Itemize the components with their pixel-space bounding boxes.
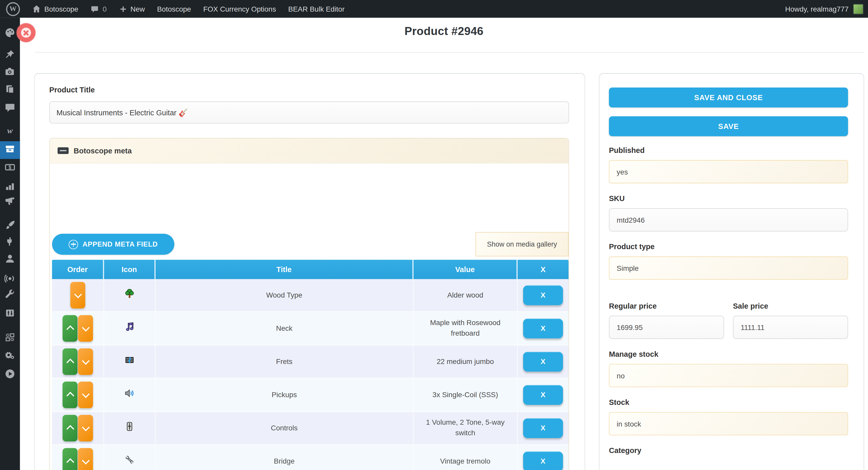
title-cell[interactable]: Pickups [156,379,414,411]
save-button[interactable]: SAVE [609,116,848,136]
field-input[interactable]: no [609,364,848,387]
value-cell[interactable]: Vintage tremolo [413,445,518,470]
sidebar-item-gears[interactable] [0,347,20,365]
save-and-close-button[interactable]: SAVE AND CLOSE [609,88,848,107]
field-input[interactable]: mtd2946 [609,208,848,231]
site-link[interactable]: Botoscope [26,0,84,18]
move-up-button[interactable] [63,415,78,441]
value-cell[interactable]: 22 medium jumbo [413,346,518,378]
account-menu[interactable]: Howdy, realmag777 [785,4,868,14]
icon-cell[interactable] [104,412,156,444]
sidebar-item-users[interactable] [0,251,20,269]
move-down-button[interactable] [78,315,93,342]
title-cell[interactable]: Frets [156,346,414,378]
sidebar-item-rings[interactable] [0,271,20,289]
chevron-up-icon [66,458,74,466]
plus-icon [119,5,127,13]
table-header-row: Order Icon Title Value X [52,260,568,279]
plugin-icon [4,236,16,249]
chevron-down-icon [82,423,89,431]
home-icon [32,4,41,13]
show-on-media-gallery-button[interactable]: Show on media gallery [475,232,568,257]
table-row: Controls1 Volume, 2 Tone, 5-way switchX [52,412,568,445]
meta-box-header[interactable]: Botoscope meta [50,139,568,164]
icon-cell[interactable] [104,445,156,470]
botoscope-meta-box: Botoscope meta APPEND META FIELD Show on… [50,138,569,470]
move-down-button[interactable] [78,415,93,441]
admin-sidebar: w$ [0,18,20,470]
wordpress-menu[interactable]: W [0,0,26,18]
sidebar-item-comments[interactable] [0,99,20,117]
field-input[interactable]: 1111.11 [733,316,848,339]
move-down-button[interactable] [78,382,93,408]
field-sku: SKUmtd2946 [609,194,848,231]
comments-link[interactable]: 0 [84,0,113,18]
value-cell[interactable]: Alder wood [413,279,518,311]
avatar [853,4,864,14]
delete-cell: X [518,412,568,444]
summary-fields: PublishedyesSKUmtd2946Product typeSimple… [609,146,848,466]
delete-row-button[interactable]: X [523,352,563,372]
value-cell[interactable]: Maple with Rosewood fretboard [413,313,518,345]
field-input[interactable]: in stock [609,412,848,435]
move-up-button[interactable] [63,448,78,470]
delete-row-button[interactable]: X [523,418,563,438]
move-up-button[interactable] [63,382,78,408]
move-down-button[interactable] [78,448,93,470]
menu-item-bear-bulk-editor[interactable]: BEAR Bulk Editor [282,0,351,18]
sidebar-item-banknote[interactable]: $ [0,159,20,177]
order-cell [52,412,104,444]
delete-cell: X [518,313,568,345]
play-icon [4,368,16,382]
icon-cell[interactable] [104,346,156,378]
delete-cell: X [518,279,568,311]
sidebar-item-w[interactable]: w [0,123,20,141]
icon-cell[interactable] [104,313,156,345]
product-title-input[interactable]: Musical Instruments - Electric Guitar 🎸 [50,101,569,123]
menu-item-botoscope[interactable]: Botoscope [151,0,197,18]
sidebar-item-brush[interactable] [0,217,20,235]
collapse-icon [58,147,69,154]
title-cell[interactable]: Bridge [156,445,414,470]
field-label: SKU [609,194,848,203]
title-cell[interactable]: Controls [156,412,414,444]
delete-row-button[interactable]: X [523,451,563,470]
delete-row-button[interactable]: X [523,285,563,305]
field-input[interactable]: yes [609,160,848,183]
delete-cell: X [518,346,568,378]
page-title: Product #2946 [20,25,868,38]
value-cell[interactable]: 3x Single-Coil (SSS) [413,379,518,411]
move-up-button[interactable] [63,348,78,375]
delete-row-button[interactable]: X [523,318,563,338]
sidebar-item-products[interactable] [0,141,20,159]
title-cell[interactable]: Wood Type [156,279,414,311]
sidebar-item-pushpin[interactable] [0,47,20,64]
sidebar-item-settings[interactable] [0,305,20,323]
order-cell [52,279,104,311]
sidebar-item-media[interactable] [0,64,20,81]
close-button[interactable] [17,23,35,42]
move-up-button[interactable] [63,315,78,342]
sidebar-item-wrench[interactable] [0,287,20,305]
howdy-text: Howdy, realmag777 [785,5,849,13]
sidebar-item-grid[interactable] [0,329,20,347]
sidebar-item-pages[interactable] [0,81,20,99]
new-content-menu[interactable]: New [113,0,151,18]
move-down-button[interactable] [70,282,85,309]
icon-cell[interactable] [104,279,156,311]
field-input[interactable]: 1699.95 [609,316,724,339]
sidebar-item-plugin[interactable] [0,234,20,252]
menu-item-fox-currency[interactable]: FOX Currency Options [197,0,282,18]
sidebar-item-play[interactable] [0,366,20,384]
field-published: Publishedyes [609,146,848,183]
sidebar-item-megaphone[interactable] [0,193,20,211]
append-meta-field-button[interactable]: APPEND META FIELD [52,234,175,255]
move-down-button[interactable] [78,348,93,375]
icon-cell[interactable] [104,379,156,411]
value-cell[interactable]: 1 Volume, 2 Tone, 5-way switch [413,412,518,444]
field-category: Category [609,446,848,454]
delete-row-button[interactable]: X [523,385,563,405]
menu-item-label: BEAR Bulk Editor [288,5,344,13]
field-input[interactable]: Simple [609,256,848,280]
title-cell[interactable]: Neck [156,313,414,345]
